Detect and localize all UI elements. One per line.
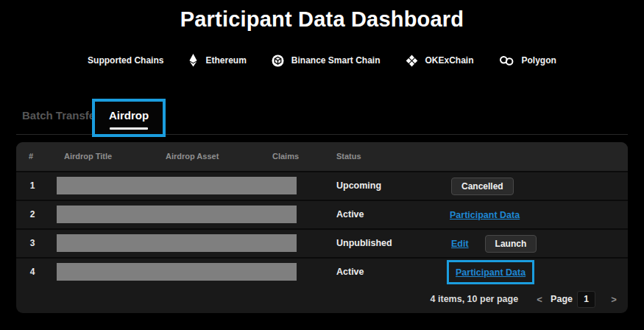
- ethereum-icon: [188, 53, 198, 68]
- table-row: 4 Active Participant Data: [16, 257, 628, 286]
- pagination-bar: 4 items, 10 per page < Page 1 >: [16, 285, 628, 313]
- col-header-claims: Claims: [272, 142, 299, 171]
- participant-data-highlight-box: Participant Data: [447, 260, 534, 284]
- okexchain-icon: [406, 55, 418, 67]
- row-index: 4: [26, 259, 38, 286]
- supported-chains-bar: Supported Chains Ethereum Binance Smart …: [0, 52, 644, 69]
- chain-okexchain: OKExChain: [406, 55, 474, 67]
- airdrop-tab-highlight-box: Airdrop: [92, 99, 166, 137]
- active-tab-underline: [110, 127, 148, 130]
- chain-ethereum-label: Ethereum: [205, 55, 246, 66]
- redacted-data-bar: [57, 263, 297, 281]
- tab-airdrop[interactable]: Airdrop: [109, 109, 149, 122]
- items-summary: 4 items, 10 per page: [431, 294, 519, 304]
- status-label: Active: [336, 259, 364, 286]
- launch-button[interactable]: Launch: [485, 235, 537, 253]
- col-header-title: Airdrop Title: [64, 142, 112, 171]
- redacted-data-bar: [57, 177, 297, 194]
- chain-polygon-label: Polygon: [522, 55, 556, 66]
- table-row: 1 Upcoming Cancelled: [16, 171, 628, 200]
- current-page-input[interactable]: 1: [577, 291, 595, 308]
- status-label: Unpublished: [336, 230, 392, 257]
- edit-link[interactable]: Edit: [451, 239, 469, 249]
- row-actions: Participant Data: [447, 201, 520, 228]
- page-label: Page: [551, 294, 573, 304]
- row-actions: Edit Launch: [447, 230, 537, 257]
- row-index: 2: [26, 201, 38, 228]
- row-actions: Cancelled: [447, 172, 514, 200]
- redacted-data-bar: [57, 234, 297, 252]
- next-page-icon[interactable]: >: [607, 294, 620, 305]
- airdrop-table-panel: # Airdrop Title Airdrop Asset Claims Sta…: [16, 142, 628, 313]
- col-header-index: #: [29, 142, 33, 171]
- col-header-asset: Airdrop Asset: [166, 142, 219, 171]
- participant-data-link[interactable]: Participant Data: [456, 267, 526, 278]
- row-index: 1: [26, 172, 38, 200]
- tab-batch-transfer[interactable]: Batch Transfer: [22, 109, 99, 122]
- page-title: Participant Data Dashboard: [0, 7, 644, 32]
- row-actions: Participant Data: [447, 259, 534, 286]
- polygon-icon: [499, 55, 514, 66]
- chain-okexchain-label: OKExChain: [425, 55, 474, 66]
- status-label: Upcoming: [336, 172, 381, 200]
- participant-data-link[interactable]: Participant Data: [450, 210, 520, 220]
- chain-bsc-label: Binance Smart Chain: [291, 55, 381, 66]
- cancelled-button[interactable]: Cancelled: [451, 178, 514, 195]
- chain-ethereum: Ethereum: [188, 53, 246, 68]
- supported-chains-label: Supported Chains: [88, 55, 163, 66]
- table-header-row: # Airdrop Title Airdrop Asset Claims Sta…: [16, 142, 628, 171]
- tab-bar: Batch Transfer Airdrop: [16, 96, 628, 135]
- redacted-data-bar: [57, 206, 297, 223]
- table-row: 3 Unpublished Edit Launch: [16, 228, 628, 257]
- prev-page-icon[interactable]: <: [533, 294, 546, 305]
- table-row: 2 Active Participant Data: [16, 200, 628, 228]
- bsc-icon: [272, 55, 284, 67]
- chain-polygon: Polygon: [499, 55, 556, 66]
- row-index: 3: [26, 230, 38, 257]
- col-header-status: Status: [336, 142, 361, 171]
- chain-bsc: Binance Smart Chain: [272, 55, 381, 67]
- status-label: Active: [336, 201, 364, 228]
